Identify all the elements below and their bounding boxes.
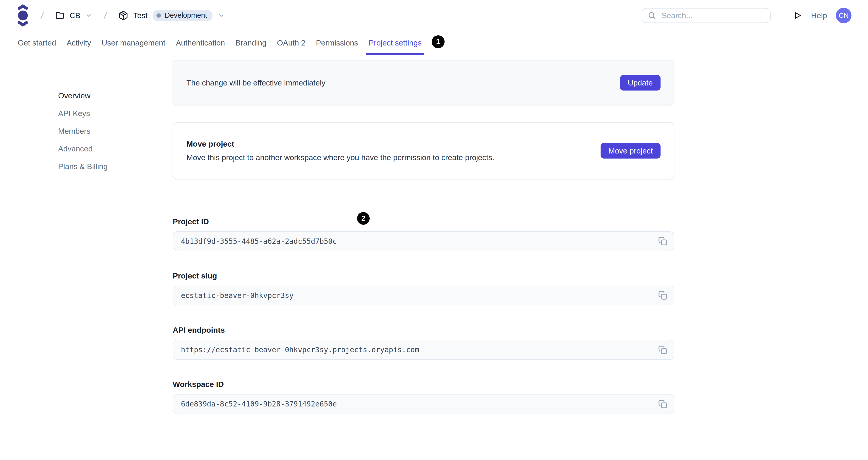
copy-api-endpoints-button[interactable] — [658, 345, 668, 355]
update-note: The change will be effective immediately — [187, 78, 326, 87]
run-button[interactable] — [793, 11, 802, 20]
workspace-id-field: 6de839da-8c52-4109-9b28-3791492e650e — [173, 394, 674, 414]
copy-workspace-id-button[interactable] — [658, 399, 668, 409]
help-link[interactable]: Help — [811, 11, 827, 20]
update-card-footer: The change will be effective immediately… — [173, 61, 674, 104]
project-slug-label: Project slug — [173, 271, 674, 280]
copy-icon — [658, 290, 668, 300]
tab-get-started[interactable]: Get started — [18, 31, 56, 55]
move-project-button[interactable]: Move project — [600, 143, 660, 158]
sidebar-item-overview[interactable]: Overview — [58, 91, 91, 101]
header-right: Help CN — [642, 8, 851, 23]
annotation-marker-1: 1 — [432, 35, 444, 48]
ory-logo-icon — [17, 4, 29, 26]
chevron-down-icon — [85, 12, 92, 19]
settings-sidebar: Overview API Keys Members Advanced Plans… — [0, 55, 173, 179]
header-divider — [782, 9, 782, 22]
app-root: / CB / Test Development — [0, 0, 868, 460]
project-slug-value: ecstatic-beaver-0hkvpcr3sy — [181, 292, 293, 300]
project-id-label: Project ID — [173, 217, 674, 226]
search-input[interactable] — [660, 10, 765, 21]
copy-project-slug-button[interactable] — [658, 290, 668, 300]
chevron-down-icon — [218, 12, 225, 19]
move-project-title: Move project — [187, 140, 494, 148]
project-slug-section: Project slug ecstatic-beaver-0hkvpcr3sy — [173, 271, 674, 305]
copy-icon — [658, 399, 668, 409]
workspace-id-section: Workspace ID 6de839da-8c52-4109-9b28-379… — [173, 379, 674, 414]
tab-permissions[interactable]: Permissions — [316, 31, 358, 55]
environment-label: Development — [165, 11, 207, 20]
sidebar-item-advanced[interactable]: Advanced — [58, 144, 93, 154]
project-id-value: 4b13df9d-3555-4485-a62a-2adc55d7b50c — [181, 237, 337, 245]
breadcrumb-separator: / — [103, 10, 107, 21]
folder-icon — [55, 11, 65, 20]
sidebar-item-api-keys[interactable]: API Keys — [58, 109, 90, 118]
update-card-body-sliver — [173, 55, 674, 61]
api-endpoints-field: https://ecstatic-beaver-0hkvpcr3sy.proje… — [173, 340, 674, 360]
tab-user-management[interactable]: User management — [101, 31, 165, 55]
copy-icon — [658, 236, 668, 246]
search-icon — [648, 11, 656, 20]
content-area: Overview API Keys Members Advanced Plans… — [0, 55, 868, 414]
workspace-id-value: 6de839da-8c52-4109-9b28-3791492e650e — [181, 400, 337, 408]
environment-badge: Development — [153, 10, 213, 21]
copy-project-id-button[interactable] — [658, 236, 668, 246]
tab-project-settings[interactable]: Project settings — [369, 31, 422, 55]
project-breadcrumb[interactable]: Test Development — [118, 10, 225, 21]
top-header: / CB / Test Development — [0, 0, 868, 31]
update-button[interactable]: Update — [620, 75, 660, 90]
move-project-card: Move project Move this project to anothe… — [173, 122, 674, 179]
move-project-description: Move this project to another workspace w… — [187, 153, 494, 162]
ory-logo[interactable] — [17, 4, 29, 26]
sidebar-item-plans-billing[interactable]: Plans & Billing — [58, 161, 108, 172]
api-endpoints-section: API endpoints https://ecstatic-beaver-0h… — [173, 325, 674, 360]
copy-icon — [658, 345, 668, 355]
project-name: Test — [133, 11, 148, 20]
search-box — [642, 8, 771, 23]
sidebar-item-members[interactable]: Members — [58, 126, 91, 136]
avatar[interactable]: CN — [836, 8, 851, 23]
api-endpoints-value: https://ecstatic-beaver-0hkvpcr3sy.proje… — [181, 345, 419, 354]
api-endpoints-label: API endpoints — [173, 325, 674, 335]
header-left: / CB / Test Development — [17, 4, 225, 26]
project-id-field: 4b13df9d-3555-4485-a62a-2adc55d7b50c — [173, 232, 674, 251]
settings-main: The change will be effective immediately… — [173, 55, 674, 414]
status-dot — [156, 13, 161, 18]
breadcrumb-separator: / — [40, 10, 44, 21]
move-project-text: Move project Move this project to anothe… — [187, 140, 494, 162]
workspace-breadcrumb[interactable]: CB — [55, 11, 92, 20]
workspace-id-label: Workspace ID — [173, 379, 674, 389]
tab-oauth2[interactable]: OAuth 2 — [277, 31, 306, 55]
project-slug-field: ecstatic-beaver-0hkvpcr3sy — [173, 285, 674, 306]
tab-authentication[interactable]: Authentication — [176, 31, 225, 55]
play-icon — [793, 11, 802, 20]
tab-branding[interactable]: Branding — [236, 31, 267, 55]
workspace-name: CB — [70, 11, 81, 20]
update-card: The change will be effective immediately… — [173, 55, 674, 105]
project-id-section: Project ID 4b13df9d-3555-4485-a62a-2adc5… — [173, 217, 674, 251]
tab-activity[interactable]: Activity — [67, 31, 91, 55]
package-icon — [118, 10, 128, 21]
